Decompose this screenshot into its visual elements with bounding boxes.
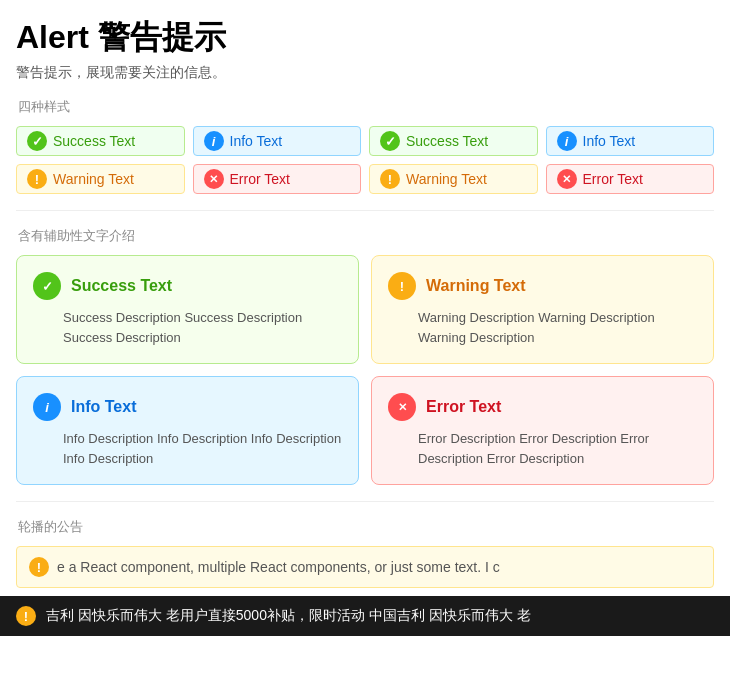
alert-tag-info-2: Info Text xyxy=(546,126,715,156)
info-icon-2 xyxy=(557,131,577,151)
divider-2 xyxy=(16,501,714,502)
alert-block-info-desc: Info Description Info Description Info D… xyxy=(33,429,342,468)
alert-block-success-title: Success Text xyxy=(71,277,172,295)
alert-block-warning-title: Warning Text xyxy=(426,277,526,295)
alert-tag-error-2: Error Text xyxy=(546,164,715,194)
section-label-with-desc: 含有辅助性文字介绍 xyxy=(16,227,714,245)
alert-block-warning-desc: Warning Description Warning Description … xyxy=(388,308,697,347)
alert-tag-label: Success Text xyxy=(53,133,135,149)
alert-block-info-icon xyxy=(33,393,61,421)
alert-tag-label: Success Text xyxy=(406,133,488,149)
alert-block-warning: Warning Text Warning Description Warning… xyxy=(371,255,714,364)
alert-block-success-header: Success Text xyxy=(33,272,342,300)
ticker-text: 吉利 因快乐而伟大 老用户直接5000补贴，限时活动 中国吉利 因快乐而伟大 老 xyxy=(46,607,531,625)
alert-block-info: Info Text Info Description Info Descript… xyxy=(16,376,359,485)
marquee-warning-icon xyxy=(29,557,49,577)
alert-block-success-desc: Success Description Success Description … xyxy=(33,308,342,347)
error-icon-2 xyxy=(557,169,577,189)
alert-block-success: Success Text Success Description Success… xyxy=(16,255,359,364)
alert-tag-warning-1: Warning Text xyxy=(16,164,185,194)
warning-icon-1 xyxy=(27,169,47,189)
page-subtitle: 警告提示，展现需要关注的信息。 xyxy=(16,64,714,82)
alert-block-info-title: Info Text xyxy=(71,398,136,416)
alert-block-error-title: Error Text xyxy=(426,398,501,416)
marquee-alert-row: e a React component, multiple React comp… xyxy=(16,546,714,588)
warning-icon-2 xyxy=(380,169,400,189)
success-icon-2 xyxy=(380,131,400,151)
alert-tag-success-2: Success Text xyxy=(369,126,538,156)
alert-block-error-icon xyxy=(388,393,416,421)
alert-block-warning-header: Warning Text xyxy=(388,272,697,300)
inline-alerts-row2: Warning Text Error Text Warning Text Err… xyxy=(16,164,714,194)
alert-tag-label: Warning Text xyxy=(406,171,487,187)
ticker-bar: 吉利 因快乐而伟大 老用户直接5000补贴，限时活动 中国吉利 因快乐而伟大 老 xyxy=(0,596,730,636)
alert-block-warning-icon xyxy=(388,272,416,300)
alert-block-error-header: Error Text xyxy=(388,393,697,421)
marquee-text: e a React component, multiple React comp… xyxy=(57,559,500,575)
alert-tag-error-1: Error Text xyxy=(193,164,362,194)
error-icon-1 xyxy=(204,169,224,189)
info-icon-1 xyxy=(204,131,224,151)
ticker-warning-icon xyxy=(16,606,36,626)
alert-tag-label: Info Text xyxy=(583,133,636,149)
alert-block-success-icon xyxy=(33,272,61,300)
alert-tag-info-1: Info Text xyxy=(193,126,362,156)
divider-1 xyxy=(16,210,714,211)
alert-block-error-desc: Error Description Error Description Erro… xyxy=(388,429,697,468)
alert-tag-label: Error Text xyxy=(230,171,290,187)
alert-tag-label: Warning Text xyxy=(53,171,134,187)
alert-tag-success-1: Success Text xyxy=(16,126,185,156)
page-container: Alert 警告提示 警告提示，展现需要关注的信息。 四种样式 Success … xyxy=(0,0,730,588)
alert-tag-label: Error Text xyxy=(583,171,643,187)
alert-tag-label: Info Text xyxy=(230,133,283,149)
page-title: Alert 警告提示 xyxy=(16,16,714,60)
alert-block-error: Error Text Error Description Error Descr… xyxy=(371,376,714,485)
alert-tag-warning-2: Warning Text xyxy=(369,164,538,194)
block-alerts-grid: Success Text Success Description Success… xyxy=(16,255,714,485)
section-label-four-styles: 四种样式 xyxy=(16,98,714,116)
alert-block-info-header: Info Text xyxy=(33,393,342,421)
success-icon-1 xyxy=(27,131,47,151)
inline-alerts-row1: Success Text Info Text Success Text Info… xyxy=(16,126,714,156)
section-label-marquee: 轮播的公告 xyxy=(16,518,714,536)
